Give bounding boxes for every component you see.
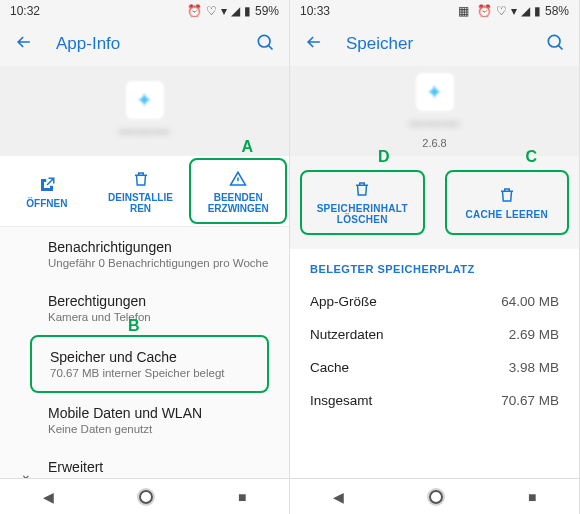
notif-sub: Ungefähr 0 Benachrichtigungen pro Woche [48,257,269,269]
app-version: 2.6.8 [422,137,446,149]
notif-title: Benachrichtigungen [48,239,269,255]
row-userdata: Nutzerdaten 2.69 MB [290,318,579,351]
nav-back-icon[interactable]: ◀ [43,489,54,505]
phone-left: 10:32 ⏰ ♡ ▾ ◢ ▮ 59% App-Info ✦ ——— A ÖFF… [0,0,290,514]
back-icon[interactable] [14,32,34,56]
screenshot-icon: ▦ [458,4,469,18]
signal-icon: ◢ [521,4,530,18]
nav-bar: ◀ ■ [0,478,289,514]
cache-label: Cache [310,360,349,375]
battery-icon: ▮ [534,4,541,18]
nav-recent-icon[interactable]: ■ [238,489,246,505]
row-total: Insgesamt 70.67 MB [290,384,579,417]
battery-icon: ▮ [244,4,251,18]
open-icon [38,176,56,194]
total-value: 70.67 MB [501,393,559,408]
nav-home-icon[interactable] [139,490,153,504]
nav-bar: ◀ ■ [290,478,579,514]
trash-icon [353,180,371,198]
list-item-storage[interactable]: Speicher und Cache 70.67 MB interner Spe… [30,335,269,393]
status-right: ▦ ⏰ ♡ ▾ ◢ ▮ 58% [458,4,569,18]
app-hero: ✦ ——— 2.6.8 [290,66,579,156]
open-label: ÖFFNEN [26,198,67,209]
callout-a: A [241,138,253,156]
trash-icon [132,170,150,188]
callout-b: B [128,317,140,335]
userdata-label: Nutzerdaten [310,327,384,342]
row-appsize: App-Größe 64.00 MB [290,285,579,318]
app-bar: Speicher [290,22,579,66]
wifi-icon: ▾ [221,4,227,18]
forcestop-button[interactable]: BEENDEN ERZWINGEN [189,158,287,224]
app-icon: ✦ [416,73,454,111]
clear-storage-button[interactable]: SPEICHERINHALT LÖSCHEN [300,170,425,235]
nav-home-icon[interactable] [429,490,443,504]
cache-value: 3.98 MB [509,360,559,375]
clear-storage-label: SPEICHERINHALT LÖSCHEN [306,203,419,225]
nav-recent-icon[interactable]: ■ [528,489,536,505]
action-row: A ÖFFNEN DEINSTALLIE REN BEENDEN ERZWING… [0,156,289,227]
alarm-icon: ⏰ [477,4,492,18]
status-time: 10:32 [10,4,40,18]
status-time: 10:33 [300,4,330,18]
perm-title: Berechtigungen [48,293,269,309]
open-button[interactable]: ÖFFNEN [0,156,94,226]
alarm-icon: ⏰ [187,4,202,18]
perm-sub: Kamera und Telefon [48,311,269,323]
callout-c: C [525,148,537,166]
adv-title: Erweitert [48,459,227,475]
row-cache: Cache 3.98 MB [290,351,579,384]
search-icon[interactable] [255,32,275,56]
status-bar: 10:33 ▦ ⏰ ♡ ▾ ◢ ▮ 58% [290,0,579,22]
list-item-advanced[interactable]: ⌄ Erweitert Akku, Standardmäßig öffnen, … [0,447,289,478]
svg-point-1 [548,35,560,47]
wifi-icon: ▾ [511,4,517,18]
app-name: ——— [119,123,170,141]
settings-list: Benachrichtigungen Ungefähr 0 Benachrich… [0,227,289,478]
action-row: D C SPEICHERINHALT LÖSCHEN CACHE LEEREN [290,156,579,249]
clear-cache-label: CACHE LEEREN [466,209,549,220]
clear-cache-button[interactable]: CACHE LEEREN [445,170,570,235]
forcestop-label: BEENDEN ERZWINGEN [195,192,281,214]
battery-pct: 59% [255,4,279,18]
vibrate-icon: ♡ [496,4,507,18]
appsize-label: App-Größe [310,294,377,309]
vibrate-icon: ♡ [206,4,217,18]
battery-pct: 58% [545,4,569,18]
page-title: App-Info [56,34,233,54]
app-name: ——— [409,115,460,133]
storage-content: BELEGTER SPEICHERPLATZ App-Größe 64.00 M… [290,249,579,478]
uninstall-button[interactable]: DEINSTALLIE REN [94,156,188,226]
signal-icon: ◢ [231,4,240,18]
nav-back-icon[interactable]: ◀ [333,489,344,505]
chevron-down-icon: ⌄ [20,466,32,478]
status-bar: 10:32 ⏰ ♡ ▾ ◢ ▮ 59% [0,0,289,22]
phone-right: 10:33 ▦ ⏰ ♡ ▾ ◢ ▮ 58% Speicher ✦ ——— 2.6… [290,0,580,514]
search-icon[interactable] [545,32,565,56]
app-bar: App-Info [0,22,289,66]
callout-d: D [378,148,390,166]
section-header: BELEGTER SPEICHERPLATZ [290,249,579,285]
page-title: Speicher [346,34,523,54]
trash-icon [498,186,516,204]
userdata-value: 2.69 MB [509,327,559,342]
status-right: ⏰ ♡ ▾ ◢ ▮ 59% [187,4,279,18]
list-item-notifications[interactable]: Benachrichtigungen Ungefähr 0 Benachrich… [0,227,289,281]
warning-icon [229,170,247,188]
storage-sub: 70.67 MB interner Speicher belegt [50,367,247,379]
total-label: Insgesamt [310,393,372,408]
uninstall-label: DEINSTALLIE REN [108,192,173,214]
svg-point-0 [258,35,270,47]
data-sub: Keine Daten genutzt [48,423,269,435]
app-icon: ✦ [126,81,164,119]
list-item-permissions[interactable]: Berechtigungen Kamera und Telefon [0,281,289,335]
storage-title: Speicher und Cache [50,349,247,365]
data-title: Mobile Daten und WLAN [48,405,269,421]
list-item-data[interactable]: Mobile Daten und WLAN Keine Daten genutz… [0,393,289,447]
appsize-value: 64.00 MB [501,294,559,309]
back-icon[interactable] [304,32,324,56]
